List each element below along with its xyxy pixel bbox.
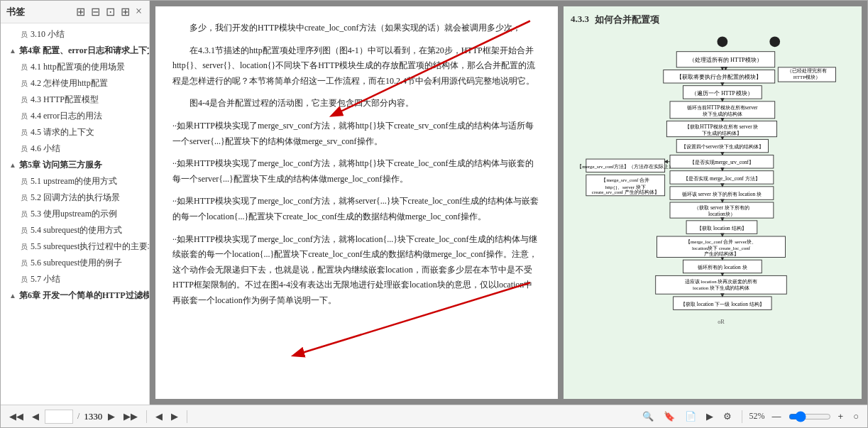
sep-3	[742, 410, 742, 423]
svg-text:【设置四个server块下生成的结构体】: 【设置四个server块下生成的结构体】	[681, 143, 764, 150]
bookmark-icon-btn[interactable]: 🔖	[661, 410, 678, 423]
bullet-icon: 员	[21, 242, 28, 252]
play-icon-btn[interactable]: ▶	[703, 410, 716, 423]
bullet-icon: ▲	[9, 47, 16, 55]
bullet-icon: 员	[21, 275, 28, 285]
bullet-icon: 员	[21, 79, 28, 89]
svg-text:下生成的结构体】: 下生成的结构体】	[702, 130, 742, 136]
pages-icon-btn[interactable]: 📄	[682, 410, 699, 423]
bullet-icon: 员	[21, 111, 28, 121]
sidebar-btn-4[interactable]: ⊞	[119, 5, 131, 18]
zoom-out-btn[interactable]: —	[769, 410, 784, 423]
paragraph-1: 在4.3.1节描述的http配置项处理序列图（图4-1）中可以看到，在第20步，…	[172, 43, 541, 89]
sidebar-item-label: 第6章 开发一个简单的HTTP过滤模块	[19, 290, 149, 302]
svg-text:循环所有的 location 块: 循环所有的 location 块	[698, 264, 747, 270]
sidebar-title: 书签	[6, 6, 25, 18]
sidebar-item-s12[interactable]: 员 5.3 使用upstream的示例	[1, 206, 149, 222]
sidebar-item-label: 4.2 怎样使用http配置	[31, 77, 108, 89]
bullet-icon: 员	[21, 258, 28, 268]
pdf-right-content: 4.3.3 如何合并配置项 （处理适所有的 HTTP模块） 【获取将要执行合并配…	[564, 6, 862, 399]
sidebar-header: 书签 ⊞ ⊟ ⊡ ⊞ ×	[1, 1, 149, 23]
page-input[interactable]: 275	[45, 410, 73, 424]
bullet-icon: 员	[21, 177, 28, 187]
nav-prev-btn[interactable]: ◀	[29, 410, 42, 423]
sidebar-item-s3[interactable]: 员 4.1 http配置项的使用场景	[1, 59, 149, 75]
sidebar-item-label: 5.5 subrequest执行过程中的主要场景	[31, 241, 149, 253]
bullet-icon: 员	[21, 62, 28, 72]
bottom-toolbar: ◀◀ ◀ 275 / 1330 ▶ ▶▶ ◀ ▶ 🔍 🔖 📄 ▶ ⚙ 52% —…	[1, 405, 867, 427]
paragraph-3: ··如果HTTP模块实现了merge_srv_conf方法，就将http{}块下…	[172, 119, 541, 149]
sidebar-item-s9[interactable]: ▲ 第5章 访问第三方服务	[1, 157, 149, 173]
section-number: 4.3.3	[571, 13, 589, 26]
bullet-icon: 员	[21, 30, 28, 40]
sidebar-item-s11[interactable]: 员 5.2 回调方法的执行场景	[1, 190, 149, 206]
bullet-icon: 员	[21, 144, 28, 154]
sidebar-item-s17[interactable]: ▲ 第6章 开发一个简单的HTTP过滤模块	[1, 287, 149, 304]
section-title-right: 4.3.3 如何合并配置项	[571, 13, 855, 26]
svg-text:块下生成的结构体: 块下生成的结构体	[702, 111, 742, 117]
sep-2	[187, 410, 187, 423]
nav-last-btn[interactable]: ▶▶	[121, 410, 141, 423]
sidebar-item-s8[interactable]: 员 4.6 小结	[1, 141, 149, 157]
bullet-icon: 员	[21, 226, 28, 236]
svg-text:location块）: location块）	[708, 211, 735, 217]
zoom-in-btn[interactable]: +	[835, 410, 847, 423]
zoom-level: 52%	[749, 411, 765, 422]
svg-text:循环当前HTTP模块在所有server: 循环当前HTTP模块在所有server	[687, 104, 758, 111]
svg-text:（已经处理完所有: （已经处理完所有	[787, 68, 827, 74]
page-total: /	[77, 411, 79, 422]
sidebar-item-s7[interactable]: 员 4.5 请求的上下文	[1, 124, 149, 141]
toolbar-right: 🔍 🔖 📄 ▶ ⚙ 52% — + ○	[639, 410, 862, 423]
sidebar-item-label: 4.4 error日志的用法	[31, 110, 102, 122]
sidebar-item-s10[interactable]: 员 5.1 upstream的使用方式	[1, 173, 149, 190]
bullet-icon: 员	[21, 95, 28, 105]
settings-icon-btn[interactable]: ⚙	[720, 410, 735, 423]
sidebar-item-s14[interactable]: 员 5.5 subrequest执行过程中的主要场景	[1, 238, 149, 255]
svg-text:【获取将要执行合并配置的模块】: 【获取将要执行合并配置的模块】	[676, 74, 762, 80]
svg-text:（遍历一个 HTTP 模块）: （遍历一个 HTTP 模块）	[691, 90, 753, 97]
sidebar-item-s4[interactable]: 员 4.2 怎样使用http配置	[1, 75, 149, 92]
sidebar-item-label: 5.7 小结	[31, 273, 60, 285]
sidebar-item-s16[interactable]: 员 5.7 小结	[1, 271, 149, 287]
nav-next-btn[interactable]: ▶	[105, 410, 118, 423]
sidebar-item-label: 5.1 upstream的使用方式	[31, 175, 117, 187]
svg-text:oR: oR	[718, 319, 725, 325]
pdf-content: 多少，我们开发的HTTP模块中create_loc_conf方法（如果实现的话）…	[155, 6, 558, 330]
content-area: 多少，我们开发的HTTP模块中create_loc_conf方法（如果实现的话）…	[150, 1, 867, 405]
zoom-slider[interactable]	[789, 411, 831, 422]
sidebar-item-s6[interactable]: 员 4.4 error日志的用法	[1, 108, 149, 124]
nav-left-btn[interactable]: ◀	[153, 410, 165, 423]
flowchart-svg: （处理适所有的 HTTP模块） 【获取将要执行合并配置的模块】 （已经处理完所有…	[571, 32, 855, 373]
sidebar-toolbar: ⊞ ⊟ ⊡ ⊞ ×	[75, 5, 143, 18]
sidebar-close-btn[interactable]: ×	[134, 5, 143, 18]
sidebar-item-s5[interactable]: 员 4.3 HTTP配置模型	[1, 92, 149, 108]
sidebar-btn-3[interactable]: ⊡	[104, 5, 116, 18]
sep-1	[146, 410, 147, 423]
bullet-icon: 员	[21, 128, 28, 138]
sidebar-content[interactable]: 员 3.10 小结▲ 第4章 配置、error日志和请求上下文员 4.1 htt…	[1, 23, 149, 405]
fit-btn[interactable]: ○	[850, 410, 862, 423]
sidebar-item-s15[interactable]: 员 5.6 subrequest使用的例子	[1, 255, 149, 271]
svg-text:【是否实现merge_srv_conf】: 【是否实现merge_srv_conf】	[690, 159, 754, 165]
search-icon-btn[interactable]: 🔍	[639, 410, 657, 423]
pdf-page-left: 多少，我们开发的HTTP模块中create_loc_conf方法（如果实现的话）…	[155, 6, 558, 399]
svg-text:location块下 create_loc_conf: location块下 create_loc_conf	[692, 246, 751, 251]
nav-first-btn[interactable]: ◀◀	[6, 410, 26, 423]
bullet-icon: ▲	[9, 292, 16, 300]
sidebar-item-label: 3.10 小结	[31, 28, 65, 40]
sidebar-btn-2[interactable]: ⊟	[89, 5, 101, 18]
start-dot-2	[769, 36, 780, 47]
paragraph-2: 图4-4是合并配置过程的活动图，它主要包含四大部分内容。	[172, 96, 541, 111]
sidebar-item-label: 5.4 subrequest的使用方式	[31, 224, 122, 236]
sidebar-item-label: 4.3 HTTP配置模型	[31, 94, 99, 106]
sidebar-item-s2[interactable]: ▲ 第4章 配置、error日志和请求上下文	[1, 43, 149, 59]
sidebar-item-label: 4.1 http配置项的使用场景	[31, 61, 125, 73]
svg-text:【获取HTTP模块在所有 server 块: 【获取HTTP模块在所有 server 块	[685, 124, 758, 130]
nav-right-btn[interactable]: ▶	[168, 410, 181, 423]
sidebar-btn-1[interactable]: ⊞	[75, 5, 87, 18]
sidebar-item-s13[interactable]: 员 5.4 subrequest的使用方式	[1, 222, 149, 238]
sidebar-item-s1[interactable]: 员 3.10 小结	[1, 26, 149, 43]
sidebar-item-label: 4.5 请求的上下文	[31, 126, 94, 138]
svg-text:【获取 location 下一级 location 结构】: 【获取 location 下一级 location 结构】	[681, 301, 764, 307]
sidebar-item-label: 第4章 配置、error日志和请求上下文	[19, 45, 149, 57]
